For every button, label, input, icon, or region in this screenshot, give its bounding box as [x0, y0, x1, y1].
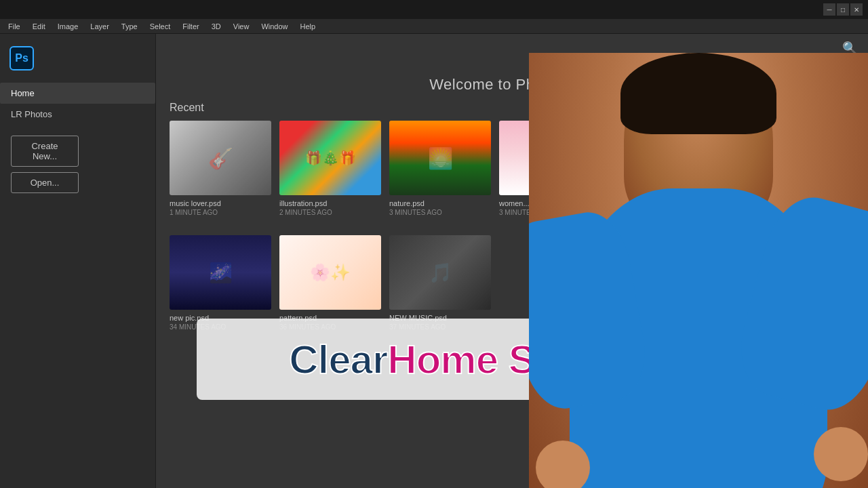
- thumb-name-1: illustration.psd: [279, 199, 381, 207]
- close-button[interactable]: ✕: [850, 3, 863, 16]
- thumb-music-lover[interactable]: 🎸 music lover.psd 1 MINUTE AGO: [170, 121, 271, 216]
- thumb-time-1: 2 MINUTES AGO: [279, 209, 381, 216]
- menu-filter[interactable]: Filter: [177, 21, 204, 32]
- thumb-pattern[interactable]: 🌸✨ pattern.psd 36 MINUTES AGO: [279, 235, 381, 331]
- menu-edit[interactable]: Edit: [27, 21, 51, 32]
- sidebar: Ps Home LR Photos Create New... Open...: [0, 34, 156, 488]
- thumb-new-music[interactable]: 🎵 NEW MUSIC.psd 37 MINUTES AGO: [389, 235, 491, 331]
- thumb-nature[interactable]: 🌅 nature.psd 3 MINUTES AGO: [389, 121, 491, 216]
- sidebar-item-lr-photos[interactable]: LR Photos: [0, 104, 155, 125]
- menu-window[interactable]: Window: [256, 21, 293, 32]
- thumb-new-pic[interactable]: 🌌 new pic.psd 34 MINUTES AGO: [170, 235, 271, 331]
- thumb-name-2: nature.psd: [389, 199, 491, 207]
- menu-view[interactable]: View: [228, 21, 255, 32]
- thumb-time-0: 1 MINUTE AGO: [170, 209, 271, 216]
- menu-bar: File Edit Image Layer Type Select Filter…: [0, 19, 868, 34]
- sidebar-logo: Ps: [0, 41, 155, 76]
- thumb-name-0: music lover.psd: [170, 199, 271, 207]
- title-bar-controls: ─ □ ✕: [823, 3, 863, 16]
- thumb-illustration[interactable]: 🎁🎄🎁 illustration.psd 2 MINUTES AGO: [279, 121, 381, 216]
- menu-3d[interactable]: 3D: [206, 21, 226, 32]
- menu-help[interactable]: Help: [295, 21, 321, 32]
- thumb-time-2: 3 MINUTES AGO: [389, 209, 491, 216]
- content-area: 🔍 Welcome to Photoshop. Recent Sort Last…: [156, 34, 868, 488]
- minimize-button[interactable]: ─: [823, 3, 835, 16]
- person-silhouette: [529, 53, 868, 488]
- menu-image[interactable]: Image: [52, 21, 84, 32]
- open-button[interactable]: Open...: [11, 172, 79, 193]
- menu-select[interactable]: Select: [144, 21, 176, 32]
- maximize-button[interactable]: □: [837, 3, 849, 16]
- create-new-button[interactable]: Create New...: [11, 136, 79, 167]
- menu-file[interactable]: File: [3, 21, 26, 32]
- recent-title: Recent: [170, 102, 204, 114]
- main-layout: Ps Home LR Photos Create New... Open... …: [0, 34, 868, 488]
- ps-logo-icon: Ps: [9, 46, 34, 70]
- title-bar: ─ □ ✕: [0, 0, 868, 19]
- menu-layer[interactable]: Layer: [85, 21, 115, 32]
- sidebar-item-home[interactable]: Home: [0, 83, 155, 104]
- person-overlay: [529, 53, 868, 488]
- menu-type[interactable]: Type: [116, 21, 143, 32]
- sidebar-actions: Create New... Open...: [0, 125, 155, 204]
- banner-text-dark: Clear: [289, 336, 387, 383]
